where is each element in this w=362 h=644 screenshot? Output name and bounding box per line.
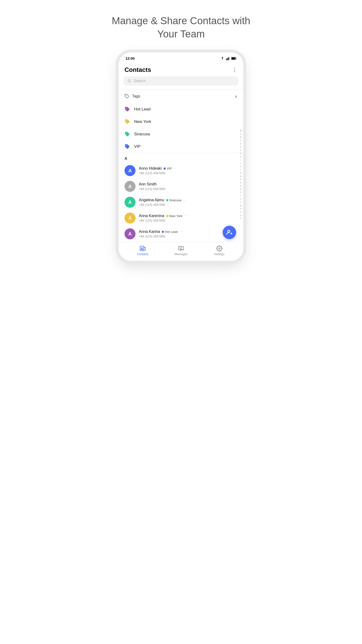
contact-tag-anna-karina: Hot Lead [162,230,178,234]
new-york-tag-icon [124,119,130,124]
alphabet-index: ⊞ A B C D E F G H I J K L M N O P Q R S … [240,129,242,220]
svg-point-12 [126,120,127,121]
add-contact-fab[interactable] [223,226,236,239]
tag-item-siracusa[interactable]: Siracusa [119,128,243,140]
alpha-f[interactable]: F [240,149,242,152]
tag-dot-anna-karenina [166,215,168,217]
alpha-h[interactable]: H [240,155,242,158]
tag-label-anna-karenina: New York [169,214,182,218]
contact-more-angelina[interactable]: ··· [183,198,186,202]
tag-list: Hot Lead New York Siracusa [119,103,243,153]
messages-nav-icon [178,245,184,252]
settings-nav-icon [216,245,222,252]
alpha-v[interactable]: V [240,201,242,204]
contact-more-anna-karina[interactable]: ··· [180,230,183,234]
avatar-angelina: A [124,197,135,208]
vip-tag-icon [124,144,130,150]
tags-label: Tags [132,94,140,98]
contact-anna-karenina[interactable]: A Anna Karenina New York ··· +86 (123) 4… [119,210,243,226]
tags-header-left: Tags [124,94,140,99]
app-content: Contacts ⋮ Search Tags ∨ [119,62,243,261]
tag-item-vip[interactable]: VIP [119,140,243,153]
alpha-n[interactable]: N [240,175,242,178]
contact-tag-anna-karenina: New York [166,214,182,218]
contact-name-row-angelina: Angelina Ajimu Siracusa ··· [139,198,238,202]
hero-title: Manage & Share Contacts with Your Team [109,14,253,40]
alpha-w[interactable]: W [240,204,242,207]
tag-dot-angelina [166,199,168,201]
more-menu-button[interactable]: ⋮ [232,67,238,73]
alpha-i[interactable]: I [240,158,241,162]
contact-phone-ann: +86 (123) 4567890 [139,187,238,191]
contact-tag-angelina: Siracusa [166,198,181,202]
siracusa-tag-icon [124,131,130,137]
alpha-hash[interactable]: # [240,217,241,220]
svg-point-13 [126,133,127,134]
avatar-anno: A [124,165,135,176]
search-bar[interactable]: Search [123,76,238,86]
contact-more-anno[interactable]: ··· [174,166,177,170]
battery-icon [231,57,237,60]
alpha-g[interactable]: G [240,152,242,155]
contact-more-anna-karenina[interactable]: ··· [184,214,187,218]
section-letter-a: A [119,153,243,163]
alpha-tag[interactable]: ⊞ [240,129,242,132]
alpha-k[interactable]: K [240,165,242,168]
tag-label-anna-karina: Hot Lead [165,230,178,234]
alpha-z[interactable]: Z [240,214,242,217]
contact-name-row-ann: Ann Smith [139,182,238,186]
svg-rect-7 [232,58,235,59]
svg-rect-1 [226,59,227,60]
alpha-p[interactable]: P [240,181,242,184]
contact-name-angelina: Angelina Ajimu [139,198,164,202]
alpha-j[interactable]: J [240,162,242,165]
alpha-t[interactable]: T [240,194,242,198]
status-time: 12:00 [125,56,135,60]
svg-point-23 [219,248,220,250]
nav-contacts[interactable]: Contacts [134,245,151,256]
tag-name-new-york: New York [134,119,151,124]
alpha-a[interactable]: A [240,132,242,136]
tag-name-siracusa: Siracusa [134,132,150,136]
chevron-down-icon: ∨ [235,94,238,99]
contact-name-anna-karenina: Anna Karenina [139,214,164,218]
contact-info-anna-karenina: Anna Karenina New York ··· +86 (123) 456… [139,214,238,222]
tag-item-new-york[interactable]: New York [119,116,243,128]
alpha-o[interactable]: O [240,178,242,181]
nav-messages[interactable]: Messages [173,245,189,256]
alpha-e[interactable]: E [240,146,242,148]
contact-name-anna-karina: Anna Karina [139,230,160,234]
contact-info-ann: Ann Smith +86 (123) 4567890 [139,182,238,191]
alpha-m[interactable]: M [240,172,242,175]
alpha-x[interactable]: X [240,207,242,210]
alpha-s[interactable]: S [240,191,242,194]
tag-item-hot-lead[interactable]: Hot Lead [119,103,243,116]
alpha-u[interactable]: U [240,198,242,201]
nav-settings[interactable]: Settings [211,245,228,256]
phone-frame: 12:00 [119,52,243,261]
wifi-icon [220,57,225,60]
alpha-c[interactable]: C [240,139,242,142]
contact-angelina[interactable]: A Angelina Ajimu Siracusa ··· +86 (123) … [119,194,243,210]
tags-section-header[interactable]: Tags ∨ [119,90,243,103]
signal-icon [226,57,230,60]
contact-anno-hideaki[interactable]: A Anno Hideaki VIP ··· +86 (123) 4567890 [119,163,243,178]
app-title: Contacts [124,66,151,74]
contact-phone-anno: +86 (123) 4567890 [139,171,238,175]
svg-rect-3 [228,57,229,60]
alpha-q[interactable]: Q [240,184,242,188]
contact-name-row-anna-karenina: Anna Karenina New York ··· [139,214,238,218]
alpha-r[interactable]: R [240,188,242,191]
search-icon [127,79,131,83]
alpha-y[interactable]: Y [240,210,242,214]
app-header: Contacts ⋮ [119,62,243,76]
avatar-ann: A [124,181,135,192]
alpha-b[interactable]: B [240,136,242,139]
tag-dot-anno [164,168,166,170]
contact-ann-smith[interactable]: A Ann Smith +86 (123) 4567890 [119,178,243,194]
tag-dot-anna-karina [162,231,164,233]
contact-phone-anna-karenina: +86 (123) 4567890 [139,219,238,222]
nav-settings-label: Settings [214,252,224,256]
alpha-d[interactable]: D [240,142,242,146]
alpha-l[interactable]: L [240,168,241,171]
